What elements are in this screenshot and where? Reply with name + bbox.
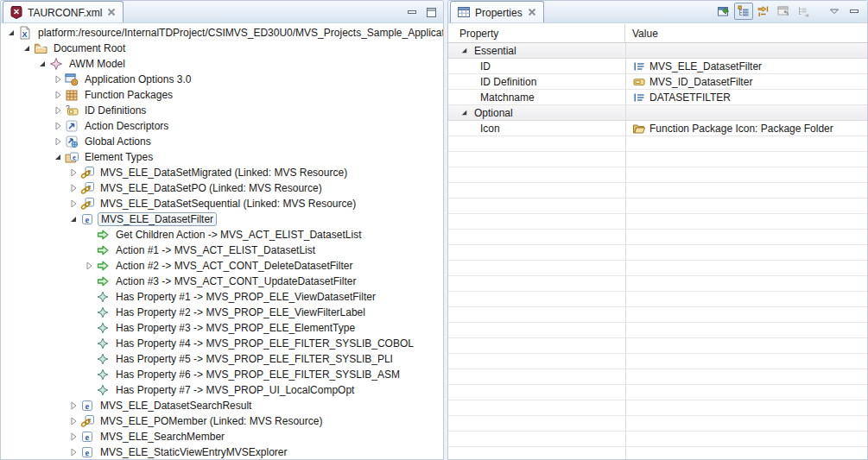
close-icon[interactable] (527, 7, 537, 17)
minimize-icon[interactable] (405, 5, 419, 19)
property-name-cell: Icon (448, 121, 625, 135)
empty-value-cell (625, 385, 867, 400)
editor-tabstrip: TAURCONF.xml (1, 1, 443, 23)
property-value: MVS_ELE_DatasetFilter (649, 60, 762, 72)
tab-taurconf-xml[interactable]: TAURCONF.xml (3, 1, 124, 22)
property-value-cell[interactable]: MVS_ID_DatasetFilter (625, 74, 867, 89)
show-categories-icon[interactable] (734, 3, 753, 20)
tree-item[interactable]: Has Property #7 -> MVS_PROP_UI_LocalComp… (1, 382, 443, 398)
property-category-row[interactable]: Essential (448, 43, 867, 59)
expander-open-icon[interactable] (459, 46, 470, 55)
tree-item[interactable]: Has Property #5 -> MVS_PROP_ELE_FILTER_S… (1, 351, 443, 367)
empty-value-cell (625, 354, 867, 369)
show-advanced-properties-icon[interactable] (754, 3, 773, 20)
tree-item[interactable]: Has Property #1 -> MVS_PROP_ELE_ViewData… (1, 289, 443, 305)
tree-item-label: MVS_ELE_POMember (Linked: MVS Resource) (98, 415, 325, 427)
maximize-icon[interactable] (424, 5, 438, 19)
property-row[interactable]: MatchnameDATASETFILTER (448, 90, 867, 105)
element-types-icon: e (65, 150, 79, 164)
property-value-cell[interactable]: DATASETFILTER (625, 90, 867, 104)
tree-item[interactable]: Function Packages (1, 87, 443, 103)
awm-model-icon (49, 57, 63, 71)
property-row[interactable]: ID DefinitionMVS_ID_DatasetFilter (448, 74, 867, 90)
tree-item-label: Action #1 -> MVS_ACT_ELIST_DatasetList (113, 244, 318, 256)
expander-closed-icon[interactable] (53, 72, 65, 86)
table-row-empty (448, 354, 867, 369)
tree-item[interactable]: Action Descriptors (1, 118, 443, 134)
expander-closed-icon[interactable] (68, 414, 80, 428)
tree-item[interactable]: eMVS_ELE_StaticViewEntryMVSExplorer (1, 444, 443, 459)
element-icon: e (80, 212, 94, 226)
tree-item[interactable]: Action #2 -> MVS_ACT_CONT_DeleteDatasetF… (1, 258, 443, 274)
tree-item[interactable]: eElement Types (1, 149, 443, 165)
expander-open-icon[interactable] (6, 26, 18, 40)
empty-value-cell (625, 136, 867, 151)
empty-name-cell (448, 183, 625, 198)
tree-item[interactable]: Get Children Action -> MVS_ACT_ELIST_Dat… (1, 227, 443, 243)
pin-properties-view-icon[interactable] (714, 3, 733, 20)
tree-item[interactable]: Has Property #2 -> MVS_PROP_ELE_ViewFilt… (1, 305, 443, 320)
property-value-cell[interactable]: Function Package Icon: Package Folder (625, 121, 867, 135)
expander-closed-icon[interactable] (53, 104, 65, 117)
expander-closed-icon[interactable] (68, 445, 80, 459)
expander-closed-icon[interactable] (53, 135, 65, 148)
column-header-property[interactable]: Property (448, 24, 625, 42)
property-row[interactable]: IDMVS_ELE_DatasetFilter (448, 59, 867, 74)
expander-closed-icon[interactable] (68, 181, 80, 195)
tree-item[interactable]: Has Property #6 -> MVS_PROP_ELE_FILTER_S… (1, 367, 443, 382)
tree-item[interactable]: Document Root (1, 41, 443, 56)
property-value-cell[interactable]: MVS_ELE_DatasetFilter (625, 59, 867, 73)
empty-name-cell (448, 338, 625, 353)
expander-open-icon[interactable] (37, 57, 49, 71)
expander-open-icon[interactable] (53, 150, 65, 164)
expander-open-icon[interactable] (22, 41, 34, 55)
expander-none (84, 321, 96, 335)
property-name: Icon (448, 123, 500, 135)
expander-closed-icon[interactable] (68, 166, 80, 180)
element-icon: e (80, 430, 94, 444)
tree-item[interactable]: Xplatform:/resource/InternalTDProject/CS… (1, 25, 443, 41)
tree-item[interactable]: eMVS_ELE_DataSetMigrated (Linked: MVS Re… (1, 165, 443, 180)
empty-name-cell (448, 447, 625, 460)
id-definitions-icon: ? (65, 104, 79, 117)
tree-item[interactable]: eMVS_ELE_DataSetSequential (Linked: MVS … (1, 196, 443, 211)
tree-item[interactable]: Action #1 -> MVS_ACT_ELIST_DatasetList (1, 243, 443, 258)
view-menu-icon[interactable] (825, 3, 844, 20)
empty-name-cell (448, 198, 625, 213)
minimize-view-icon[interactable] (845, 3, 864, 20)
table-row-empty (448, 323, 867, 338)
tree-item[interactable]: eMVS_ELE_DatasetFilter (1, 211, 443, 227)
expander-open-icon[interactable] (68, 212, 80, 226)
expander-closed-icon[interactable] (84, 259, 96, 273)
property-value: MVS_ID_DatasetFilter (649, 76, 752, 88)
property-row[interactable]: IconFunction Package Icon: Package Folde… (448, 121, 867, 136)
tree-item[interactable]: eMVS_ELE_DataSetPO (Linked: MVS Resource… (1, 180, 443, 196)
expander-closed-icon[interactable] (68, 197, 80, 211)
property-name-cell: Essential (448, 43, 625, 58)
empty-value-cell (625, 307, 867, 322)
empty-value-cell (625, 338, 867, 353)
tree-item[interactable]: AWM Model (1, 56, 443, 72)
tab-properties[interactable]: Properties (450, 1, 544, 22)
expander-closed-icon[interactable] (68, 430, 80, 444)
expander-closed-icon[interactable] (68, 399, 80, 413)
tree-item[interactable]: Has Property #3 -> MVS_PROP_ELE_ElementT… (1, 320, 443, 336)
tree-item[interactable]: eMVS_ELE_POMember (Linked: MVS Resource) (1, 413, 443, 429)
tree-item[interactable]: eMVS_ELE_SearchMember (1, 429, 443, 444)
tree-item-label: ID Definitions (82, 104, 149, 117)
property-category-row[interactable]: Optional (448, 105, 867, 121)
expander-closed-icon[interactable] (53, 119, 65, 133)
tree-item[interactable]: ?ID Definitions (1, 103, 443, 118)
table-row-empty (448, 230, 867, 245)
expander-open-icon[interactable] (459, 108, 470, 117)
tree-item[interactable]: Application Options 3.0 (1, 72, 443, 87)
tree-item[interactable]: Global Actions (1, 134, 443, 149)
property-value-cell (625, 105, 867, 120)
tree-item[interactable]: eMVS_ELE_DatasetSearchResult (1, 398, 443, 413)
tree-item[interactable]: Action #3 -> MVS_ACT_CONT_UpdateDatasetF… (1, 274, 443, 289)
column-header-value[interactable]: Value (625, 28, 658, 40)
expander-closed-icon[interactable] (53, 88, 65, 102)
tree-item[interactable]: Has Property #4 -> MVS_PROP_ELE_FILTER_S… (1, 336, 443, 351)
close-icon[interactable] (106, 7, 117, 17)
tree-item-label: Has Property #6 -> MVS_PROP_ELE_FILTER_S… (113, 369, 402, 381)
